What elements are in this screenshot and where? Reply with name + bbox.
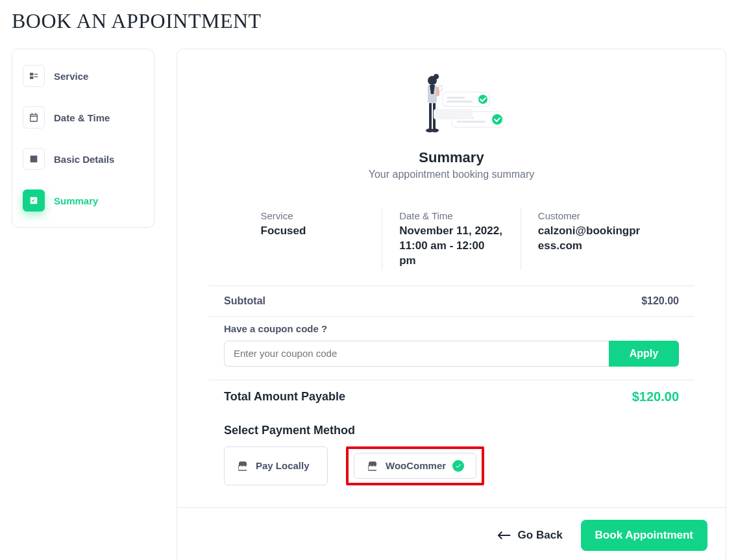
detail-datetime: Date & Time November 11, 2022, 11:00 am … xyxy=(382,209,521,270)
sidebar-item-service[interactable]: Service xyxy=(23,61,143,91)
coupon-apply-button[interactable]: Apply xyxy=(609,341,679,367)
total-label: Total Amount Payable xyxy=(224,390,345,404)
book-appointment-button[interactable]: Book Appointment xyxy=(581,520,707,551)
footer: Go Back Book Appointment xyxy=(177,507,726,560)
payment-option-label: WooCommer xyxy=(386,460,446,471)
sidebar-item-summary[interactable]: Summary xyxy=(23,186,143,215)
detail-row: Service Focused Date & Time November 11,… xyxy=(244,209,659,270)
svg-point-16 xyxy=(492,114,502,125)
sidebar-item-label: Service xyxy=(54,71,88,82)
detail-label: Service xyxy=(261,210,365,221)
payment-options: Pay Locally WooCommer xyxy=(208,446,695,501)
go-back-button[interactable]: Go Back xyxy=(497,529,563,542)
page-title: BOOK AN APPOINTMENT xyxy=(12,0,726,49)
detail-label: Customer xyxy=(538,210,643,221)
svg-rect-11 xyxy=(447,101,473,103)
sidebar: Service Date & Time Basic Details Summar… xyxy=(12,49,154,228)
subtotal-value: $120.00 xyxy=(641,295,679,307)
store-icon xyxy=(366,460,379,472)
detail-value: Focused xyxy=(261,224,365,239)
store-icon xyxy=(236,460,249,472)
calendar-icon xyxy=(23,106,45,128)
summary-illustration xyxy=(400,73,504,144)
summary-subheading: Your appointment booking summary xyxy=(369,169,535,180)
svg-rect-10 xyxy=(447,97,465,99)
hero: Summary Your appointment booking summary xyxy=(208,67,695,189)
coupon-input[interactable] xyxy=(224,341,609,367)
total-value: $120.00 xyxy=(632,389,679,404)
detail-service: Service Focused xyxy=(244,209,383,270)
subtotal-row: Subtotal $120.00 xyxy=(208,286,695,316)
svg-rect-5 xyxy=(429,103,432,129)
sidebar-item-datetime[interactable]: Date & Time xyxy=(23,103,143,132)
highlight-woocommerce: WooCommer xyxy=(346,446,484,485)
sidebar-item-label: Basic Details xyxy=(54,154,114,165)
svg-point-8 xyxy=(431,128,439,132)
coupon-block: Have a coupon code ? Apply xyxy=(208,317,695,380)
svg-point-1 xyxy=(434,74,439,79)
layout: Service Date & Time Basic Details Summar… xyxy=(12,49,726,560)
svg-rect-4 xyxy=(439,86,442,91)
payment-option-label: Pay Locally xyxy=(256,460,310,471)
details-icon xyxy=(23,148,45,170)
content: Summary Your appointment booking summary… xyxy=(177,49,726,507)
summary-icon xyxy=(23,189,45,212)
svg-rect-17 xyxy=(434,109,473,119)
payment-header: Select Payment Method xyxy=(208,419,695,446)
detail-value: November 11, 2022, 11:00 am - 12:00 pm xyxy=(399,224,504,269)
sidebar-item-basic-details[interactable]: Basic Details xyxy=(23,144,143,174)
payment-option-woocommerce[interactable]: WooCommer xyxy=(354,453,476,479)
sidebar-item-label: Summary xyxy=(54,195,98,206)
main-card: Summary Your appointment booking summary… xyxy=(177,49,726,560)
payment-option-pay-locally[interactable]: Pay Locally xyxy=(224,446,328,485)
total-row: Total Amount Payable $120.00 xyxy=(208,380,695,419)
detail-value: calzoni@bookingpress.com xyxy=(538,224,643,254)
summary-heading: Summary xyxy=(419,149,484,166)
sidebar-item-label: Date & Time xyxy=(54,112,110,123)
list-icon xyxy=(23,65,45,87)
detail-label: Date & Time xyxy=(399,210,504,221)
svg-rect-15 xyxy=(457,121,486,123)
check-icon xyxy=(452,460,464,472)
detail-customer: Customer calzoni@bookingpress.com xyxy=(521,209,659,270)
subtotal-label: Subtotal xyxy=(224,295,265,307)
arrow-left-icon xyxy=(497,530,511,541)
go-back-label: Go Back xyxy=(518,529,563,542)
coupon-label: Have a coupon code ? xyxy=(224,323,679,334)
